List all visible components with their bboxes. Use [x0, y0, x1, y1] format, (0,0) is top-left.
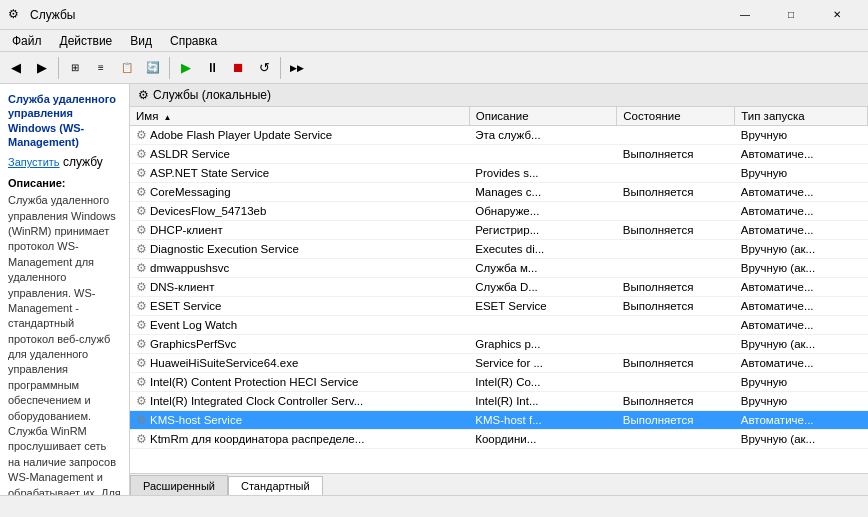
service-icon: ⚙ — [136, 356, 147, 370]
col-header-desc[interactable]: Описание — [469, 107, 617, 126]
close-button[interactable]: ✕ — [814, 0, 860, 30]
service-desc-cell: Служба D... — [469, 278, 617, 297]
service-name-cell: ⚙DevicesFlow_54713eb — [130, 202, 469, 221]
menu-help[interactable]: Справка — [162, 32, 225, 50]
table-row[interactable]: ⚙ASP.NET State ServiceProvides s...Вручн… — [130, 164, 868, 183]
service-desc-cell: Manages c... — [469, 183, 617, 202]
service-icon: ⚙ — [136, 318, 147, 332]
service-name-cell: ⚙CoreMessaging — [130, 183, 469, 202]
stop-service-button[interactable]: ⏹ — [226, 56, 250, 80]
service-icon: ⚙ — [136, 261, 147, 275]
services-table-area[interactable]: Имя ▲ Описание Состояние Тип запуска — [130, 107, 868, 473]
toolbar: ◀ ▶ ⊞ ≡ 📋 🔄 ▶ ⏸ ⏹ ↺ ▶▶ — [0, 52, 868, 84]
service-icon: ⚙ — [136, 185, 147, 199]
title-bar-left: ⚙ Службы — [8, 7, 75, 23]
service-name-cell: ⚙GraphicsPerfSvc — [130, 335, 469, 354]
service-desc-cell — [469, 145, 617, 164]
forward-button[interactable]: ▶ — [30, 56, 54, 80]
table-row[interactable]: ⚙Intel(R) Content Protection HECI Servic… — [130, 373, 868, 392]
service-desc-cell: KMS-host f... — [469, 411, 617, 430]
service-name-text: Intel(R) Content Protection HECI Service — [150, 376, 358, 388]
table-row[interactable]: ⚙Intel(R) Integrated Clock Controller Se… — [130, 392, 868, 411]
service-name-cell: ⚙Intel(R) Integrated Clock Controller Se… — [130, 392, 469, 411]
services-tbody: ⚙Adobe Flash Player Update ServiceЭта сл… — [130, 126, 868, 449]
window-controls: — □ ✕ — [722, 0, 860, 30]
service-name-text: DHCP-клиент — [150, 224, 223, 236]
menu-action[interactable]: Действие — [52, 32, 121, 50]
service-icon: ⚙ — [136, 204, 147, 218]
description-title: Описание: — [8, 177, 121, 189]
right-panel: ⚙ Службы (локальные) Имя ▲ Описание — [130, 84, 868, 495]
show-console-tree-button[interactable]: ⊞ — [63, 56, 87, 80]
pause-service-button[interactable]: ⏸ — [200, 56, 224, 80]
service-icon: ⚙ — [136, 432, 147, 446]
service-description: Служба удаленного управления Windows (Wi… — [8, 193, 121, 495]
service-status-cell — [617, 240, 735, 259]
service-name-text: CoreMessaging — [150, 186, 231, 198]
restart-service-button[interactable]: ↺ — [252, 56, 276, 80]
minimize-button[interactable]: — — [722, 0, 768, 30]
service-status-cell: Выполняется — [617, 354, 735, 373]
service-desc-cell: Эта служб... — [469, 126, 617, 145]
table-row[interactable]: ⚙HuaweiHiSuiteService64.exeService for .… — [130, 354, 868, 373]
service-icon: ⚙ — [136, 242, 147, 256]
start-service-link[interactable]: Запустить — [8, 156, 60, 168]
app-icon: ⚙ — [8, 7, 24, 23]
service-status-cell — [617, 430, 735, 449]
table-row[interactable]: ⚙CoreMessagingManages c...ВыполняетсяАвт… — [130, 183, 868, 202]
table-row[interactable]: ⚙KMS-host ServiceKMS-host f...Выполняетс… — [130, 411, 868, 430]
service-desc-cell: Service for ... — [469, 354, 617, 373]
table-row[interactable]: ⚙dmwappushsvcСлужба м...Вручную (ак... — [130, 259, 868, 278]
service-desc-cell: ESET Service — [469, 297, 617, 316]
service-icon: ⚙ — [136, 166, 147, 180]
tab-standard[interactable]: Стандартный — [228, 476, 323, 495]
properties-button[interactable]: 📋 — [115, 56, 139, 80]
service-startup-cell: Автоматиче... — [735, 278, 868, 297]
play-all-button[interactable]: ▶▶ — [285, 56, 309, 80]
tab-extended[interactable]: Расширенный — [130, 475, 228, 495]
table-row[interactable]: ⚙ASLDR ServiceВыполняетсяАвтоматиче... — [130, 145, 868, 164]
table-row[interactable]: ⚙DevicesFlow_54713ebОбнаруже...Автоматич… — [130, 202, 868, 221]
table-row[interactable]: ⚙KtmRm для координатора распределе...Коо… — [130, 430, 868, 449]
service-icon: ⚙ — [136, 128, 147, 142]
col-header-name[interactable]: Имя ▲ — [130, 107, 469, 126]
col-header-startup[interactable]: Тип запуска — [735, 107, 868, 126]
service-icon: ⚙ — [136, 375, 147, 389]
table-row[interactable]: ⚙Adobe Flash Player Update ServiceЭта сл… — [130, 126, 868, 145]
table-row[interactable]: ⚙ESET ServiceESET ServiceВыполняетсяАвто… — [130, 297, 868, 316]
table-row[interactable]: ⚙DHCP-клиентРегистрир...ВыполняетсяАвтом… — [130, 221, 868, 240]
left-panel: Служба удаленного управления Windows (WS… — [0, 84, 130, 495]
service-startup-cell: Вручную — [735, 373, 868, 392]
menu-file[interactable]: Файл — [4, 32, 50, 50]
bottom-tabs: Расширенный Стандартный — [130, 473, 868, 495]
service-name-text: ASP.NET State Service — [150, 167, 269, 179]
table-row[interactable]: ⚙GraphicsPerfSvcGraphics p...Вручную (ак… — [130, 335, 868, 354]
service-startup-cell: Вручную (ак... — [735, 240, 868, 259]
refresh-button[interactable]: 🔄 — [141, 56, 165, 80]
main-content: Служба удаленного управления Windows (WS… — [0, 84, 868, 495]
service-name-cell: ⚙Diagnostic Execution Service — [130, 240, 469, 259]
service-name-cell: ⚙DHCP-клиент — [130, 221, 469, 240]
show-action-pane-button[interactable]: ≡ — [89, 56, 113, 80]
service-desc-cell: Регистрир... — [469, 221, 617, 240]
back-button[interactable]: ◀ — [4, 56, 28, 80]
table-header-row: Имя ▲ Описание Состояние Тип запуска — [130, 107, 868, 126]
start-service-button[interactable]: ▶ — [174, 56, 198, 80]
table-row[interactable]: ⚙Event Log WatchАвтоматиче... — [130, 316, 868, 335]
service-status-cell — [617, 126, 735, 145]
col-header-status[interactable]: Состояние — [617, 107, 735, 126]
service-name-cell: ⚙HuaweiHiSuiteService64.exe — [130, 354, 469, 373]
service-startup-cell: Вручную — [735, 126, 868, 145]
table-row[interactable]: ⚙Diagnostic Execution ServiceExecutes di… — [130, 240, 868, 259]
toolbar-sep-1 — [58, 57, 59, 79]
service-icon: ⚙ — [136, 413, 147, 427]
link-suffix: службу — [60, 155, 103, 169]
service-name-cell: ⚙ESET Service — [130, 297, 469, 316]
service-desc-cell: Intel(R) Int... — [469, 392, 617, 411]
service-desc-cell: Обнаруже... — [469, 202, 617, 221]
menu-view[interactable]: Вид — [122, 32, 160, 50]
table-row[interactable]: ⚙DNS-клиентСлужба D...ВыполняетсяАвтомат… — [130, 278, 868, 297]
service-name-cell: ⚙ASLDR Service — [130, 145, 469, 164]
maximize-button[interactable]: □ — [768, 0, 814, 30]
service-startup-cell: Автоматиче... — [735, 202, 868, 221]
